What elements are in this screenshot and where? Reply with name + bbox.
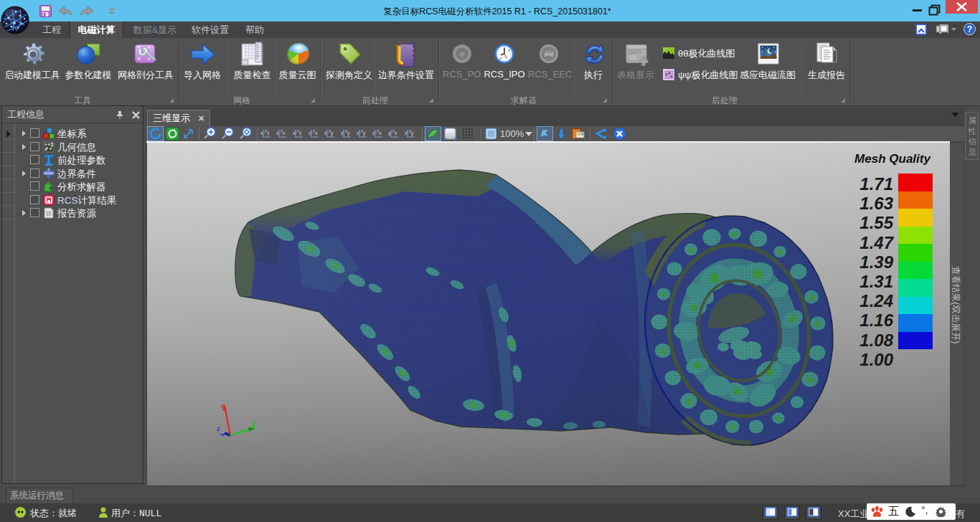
svg-text:z: z <box>372 130 375 136</box>
svg-text:z: z <box>308 130 311 136</box>
svg-text:z: z <box>324 130 327 136</box>
svg-text:y: y <box>361 128 363 133</box>
svg-text:z: z <box>395 130 397 136</box>
svg-text:y: y <box>388 130 391 136</box>
svg-text:x: x <box>220 402 225 409</box>
svg-text:y: y <box>363 130 366 136</box>
svg-text:y: y <box>411 130 414 136</box>
svg-text:y: y <box>313 128 315 133</box>
svg-text:z: z <box>276 130 279 136</box>
svg-text:y: y <box>252 419 257 427</box>
svg-text:y: y <box>345 128 347 133</box>
svg-text:y: y <box>392 128 395 133</box>
svg-text:x: x <box>379 130 382 136</box>
svg-text:y: y <box>377 128 379 133</box>
svg-text:z: z <box>299 130 302 136</box>
svg-text:y: y <box>409 128 411 133</box>
svg-text:z: z <box>405 130 407 136</box>
svg-text:z: z <box>216 425 220 432</box>
svg-text:x: x <box>260 130 263 136</box>
svg-text:x: x <box>293 130 296 136</box>
svg-text:y: y <box>265 128 267 133</box>
svg-text:y: y <box>331 130 334 136</box>
svg-text:x: x <box>283 130 286 136</box>
svg-text:z: z <box>357 130 359 136</box>
svg-text:y: y <box>347 130 350 136</box>
svg-text:z: z <box>267 130 270 136</box>
svg-text:y: y <box>297 128 299 133</box>
svg-text:x: x <box>315 130 318 136</box>
svg-text:z: z <box>341 130 344 136</box>
svg-text:y: y <box>329 128 331 133</box>
svg-text:y: y <box>281 128 283 133</box>
